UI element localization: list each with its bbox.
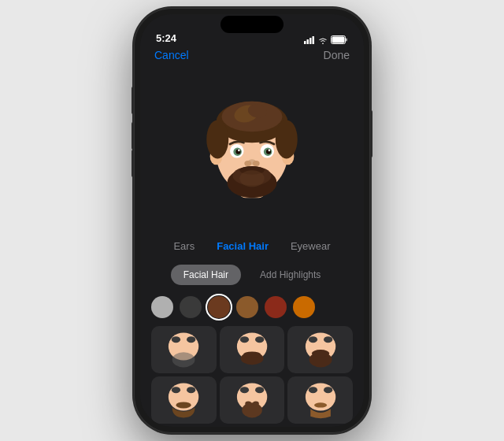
swatch-dark-red[interactable] <box>265 296 287 318</box>
svg-point-57 <box>308 387 317 393</box>
style-grid <box>140 323 364 427</box>
svg-point-34 <box>187 336 195 343</box>
memoji-avatar <box>197 94 307 205</box>
color-swatches-row <box>140 291 364 323</box>
style-item-6[interactable] <box>287 376 353 424</box>
status-time: 5:24 <box>156 32 176 44</box>
style-item-1[interactable] <box>151 326 217 373</box>
nav-bar: Cancel Done <box>140 49 364 68</box>
tabs-section: Ears Facial Hair Eyewear Facial Hair Add… <box>140 231 364 427</box>
svg-rect-2 <box>309 38 312 44</box>
swatch-gray[interactable] <box>151 296 173 318</box>
svg-rect-0 <box>304 41 306 44</box>
signal-icon <box>304 36 315 44</box>
style-item-3[interactable] <box>287 326 353 373</box>
svg-rect-5 <box>332 37 345 43</box>
svg-point-51 <box>240 387 249 393</box>
svg-point-55 <box>253 402 259 406</box>
swatch-brown[interactable] <box>208 296 230 318</box>
svg-point-48 <box>187 387 195 393</box>
svg-point-24 <box>269 149 271 151</box>
svg-point-47 <box>172 387 180 393</box>
svg-point-49 <box>176 402 191 408</box>
style-item-5[interactable] <box>220 376 285 424</box>
svg-point-33 <box>172 336 180 343</box>
svg-rect-3 <box>313 36 315 44</box>
cancel-button[interactable]: Cancel <box>154 49 189 61</box>
svg-point-58 <box>324 387 332 393</box>
svg-point-40 <box>243 351 261 358</box>
svg-point-54 <box>245 402 251 406</box>
svg-point-38 <box>255 336 264 343</box>
avatar-area <box>140 68 364 231</box>
phone-screen: 5:24 <box>140 14 364 427</box>
tab-facial-hair[interactable]: Facial Hair <box>217 239 269 254</box>
wifi-icon <box>318 36 328 44</box>
svg-point-45 <box>311 350 328 358</box>
svg-point-52 <box>255 387 264 393</box>
subtab-add-highlights[interactable]: Add Highlights <box>247 265 333 285</box>
done-button[interactable]: Done <box>324 49 350 61</box>
svg-rect-6 <box>346 39 347 42</box>
sub-tabs: Facial Hair Add Highlights <box>140 260 364 291</box>
swatch-dark-gray[interactable] <box>180 296 202 318</box>
status-icons <box>304 35 348 44</box>
svg-point-59 <box>314 402 327 407</box>
swatch-orange[interactable] <box>293 296 315 318</box>
svg-point-53 <box>242 402 262 417</box>
subtab-facial-hair[interactable]: Facial Hair <box>171 265 241 285</box>
tab-eyewear[interactable]: Eyewear <box>291 239 331 254</box>
main-tabs: Ears Facial Hair Eyewear <box>140 235 364 260</box>
svg-point-14 <box>276 120 298 158</box>
style-item-4[interactable] <box>151 376 217 424</box>
style-item-2[interactable] <box>220 326 285 373</box>
svg-point-42 <box>308 336 317 343</box>
svg-point-13 <box>206 120 228 158</box>
battery-icon <box>331 35 348 44</box>
dynamic-island <box>220 16 284 33</box>
svg-point-35 <box>172 352 195 367</box>
swatch-medium-brown[interactable] <box>236 296 258 318</box>
svg-rect-1 <box>307 39 309 44</box>
svg-point-23 <box>238 149 240 151</box>
svg-point-26 <box>244 161 251 166</box>
svg-point-31 <box>239 170 265 187</box>
phone-frame: 5:24 <box>134 8 370 433</box>
svg-point-27 <box>253 161 260 166</box>
tab-ears[interactable]: Ears <box>173 239 195 254</box>
svg-point-37 <box>240 336 249 343</box>
svg-point-43 <box>324 336 332 343</box>
